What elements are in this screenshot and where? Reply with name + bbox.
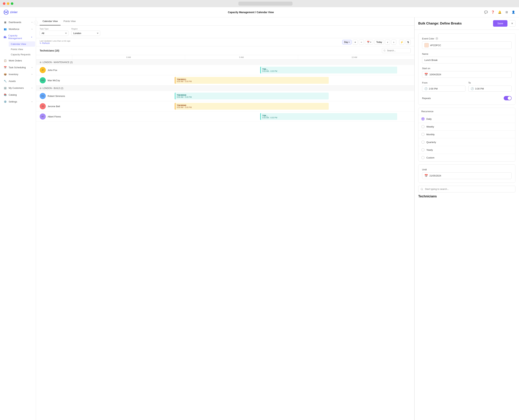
task-type-select[interactable]: All — [40, 31, 69, 36]
panel-search-input[interactable] — [418, 186, 515, 192]
until-input-row[interactable]: 📅 21/05/2024 — [422, 172, 511, 179]
refresh-button[interactable]: ↻ Refresh — [40, 42, 70, 45]
close-button[interactable]: × — [509, 20, 515, 27]
time-header: 8 AM 9 AM 10 AM — [36, 55, 414, 60]
last-updated-text: Last Updated: Less than a min ago — [40, 40, 70, 42]
region-filter: Region London — [71, 28, 100, 36]
tab-calendar-view[interactable]: Calendar View — [40, 17, 61, 25]
event-bar[interactable]: TSK00011 8:00 AM - 5:00 PM — [175, 77, 329, 84]
titlebar-minimize[interactable] — [7, 2, 9, 5]
event-label: TSK... — [262, 114, 396, 117]
capacity-icon — [4, 35, 7, 38]
sort-button[interactable]: ⇅ — [406, 40, 411, 45]
zoom-in-button[interactable]: + — [353, 40, 358, 45]
group-label: LONDON - MAINTENANCE (2) — [43, 61, 73, 64]
color-input-row[interactable]: #FCDFCC — [422, 41, 511, 49]
filter-button[interactable]: ⚡ — [399, 40, 404, 45]
sidebar-item-work-orders[interactable]: 📋 Work Orders — [1, 57, 35, 64]
grid-icon: ▦ — [4, 21, 7, 24]
sidebar-sub-points-view[interactable]: Points View — [9, 47, 35, 52]
start-on-input-row[interactable]: 📅 10/04/2024 — [422, 71, 511, 78]
clock-icon: 🕐 — [471, 87, 474, 90]
next-button[interactable]: › — [391, 40, 396, 45]
titlebar-close[interactable] — [3, 2, 5, 5]
sidebar-collapse-btn[interactable]: ‹ — [34, 21, 38, 25]
date-picker-button[interactable]: 📅 ▾ — [365, 40, 373, 45]
sidebar-sub-capacity-requests[interactable]: Capacity Requests — [9, 52, 35, 57]
time-slot-8am: 8 AM — [72, 55, 185, 60]
name-input[interactable] — [422, 57, 511, 63]
event-color-help-icon[interactable]: ? — [435, 37, 438, 40]
radio-daily[interactable]: Daily — [419, 115, 515, 123]
event-label: TSK00040 — [177, 104, 328, 106]
from-input-row[interactable]: 🕐 2:00 PM — [422, 86, 466, 92]
radio-label: Custom — [426, 156, 435, 159]
radio-custom[interactable]: Custom — [419, 154, 515, 161]
radio-monthly[interactable]: Monthly — [419, 131, 515, 138]
sidebar-item-workforce[interactable]: 👥 Workforce › — [1, 26, 35, 32]
time-slots: 8 AM 9 AM 10 AM — [72, 55, 411, 60]
to-input-row[interactable]: 🕐 3:30 PM — [468, 86, 512, 92]
technicians-search[interactable] — [382, 48, 411, 53]
tab-points-view[interactable]: Points View — [61, 17, 79, 25]
repeats-toggle[interactable] — [504, 96, 511, 100]
sidebar-item-assets[interactable]: 🔧 Assets — [1, 78, 35, 84]
repeats-label: Repeats — [422, 97, 431, 100]
event-bar[interactable]: TSK... 9:00 AM - 6:00 PM — [260, 113, 397, 120]
titlebar-search — [238, 2, 292, 6]
tech-name: Max McCoy — [48, 79, 60, 82]
day-view-button[interactable]: Day ▾ — [342, 40, 351, 45]
event-time: 8:00 AM - 5:00 PM — [177, 96, 328, 98]
today-button[interactable]: Today — [374, 40, 384, 45]
event-time: 9:00 AM - 6:00 PM — [262, 70, 396, 72]
zoom-out-icon: − — [361, 41, 362, 44]
grid-icon[interactable]: ⊞ — [504, 10, 509, 14]
radio-label: Yearly — [426, 149, 433, 151]
technicians-header: Technicians (15) — [36, 46, 414, 55]
sidebar-item-catalog[interactable]: 📚 Catalog — [1, 91, 35, 98]
until-section: Until 📅 21/05/2024 — [418, 165, 515, 183]
sidebar-sub-calendar-view[interactable]: Calendar View — [9, 41, 35, 47]
toolbar: Last Updated: Less than a min ago ↻ Refr… — [36, 38, 414, 46]
logo-text: zinier — [10, 11, 18, 14]
tech-name: Albert Flores — [48, 115, 61, 118]
radio-circle — [421, 156, 425, 159]
titlebar-maximize[interactable] — [11, 2, 13, 5]
event-bar[interactable]: TSK... 9:00 AM - 6:00 PM — [260, 67, 397, 74]
help-icon[interactable]: ❓ — [491, 10, 495, 14]
user-icon[interactable]: 👤 — [511, 10, 515, 14]
event-label: TSK... — [262, 68, 396, 70]
to-field: To 🕐 3:30 PM — [468, 81, 512, 92]
table-row: JF John Fox TSK... 9:00 AM - 6:00 PM — [36, 65, 414, 75]
radio-weekly[interactable]: Weekly — [419, 123, 515, 131]
sidebar-item-task-scheduling[interactable]: 📅 Task Scheduling › — [1, 64, 35, 71]
sidebar-item-label: My Customers — [9, 87, 24, 89]
sidebar-item-my-customers[interactable]: 🏢 My Customers › — [1, 84, 35, 91]
table-row: MM Max McCoy TSK00011 8:00 AM - 5:00 PM — [36, 75, 414, 86]
from-to-field: From 🕐 2:00 PM To 🕐 3:30 PM — [422, 81, 511, 92]
radio-quarterly[interactable]: Quarterly — [419, 138, 515, 146]
sidebar-item-label: Assets — [9, 80, 16, 82]
svg-point-4 — [4, 12, 5, 13]
sidebar-item-capacity[interactable]: Capacity Management ∨ — [1, 32, 35, 41]
event-bar[interactable]: TSK00040 8:00 AM - 5:00 PM — [175, 103, 329, 110]
save-button[interactable]: Save — [493, 20, 507, 27]
titlebar — [0, 0, 519, 7]
toggle-row: Repeats — [422, 95, 511, 101]
breadcrumb-current: Calendar View — [257, 11, 274, 14]
sidebar-item-dashboards[interactable]: ▦ Dashboards › — [1, 19, 35, 26]
notification-icon[interactable]: 🔔 — [498, 10, 502, 14]
panel-body: Event Color ? #FCDFCC Name — [415, 30, 519, 420]
chat-icon[interactable]: 💬 — [484, 10, 488, 14]
sidebar-item-settings[interactable]: ⚙️ Settings › — [1, 98, 35, 105]
radio-yearly[interactable]: Yearly — [419, 146, 515, 154]
group-dot: ⊖ — [40, 61, 41, 64]
panel-header-actions: Save × — [493, 20, 515, 27]
prev-button[interactable]: ‹ — [385, 40, 390, 45]
group-dot: ⊖ — [40, 87, 41, 90]
region-select[interactable]: London — [71, 31, 100, 36]
sidebar-submenu-capacity: Calendar View Points View Capacity Reque… — [0, 41, 36, 57]
zoom-out-button[interactable]: − — [359, 40, 364, 45]
event-bar[interactable]: TSK00018 8:00 AM - 5:00 PM — [175, 93, 329, 99]
sidebar-item-inventory[interactable]: 📦 Inventory › — [1, 71, 35, 78]
